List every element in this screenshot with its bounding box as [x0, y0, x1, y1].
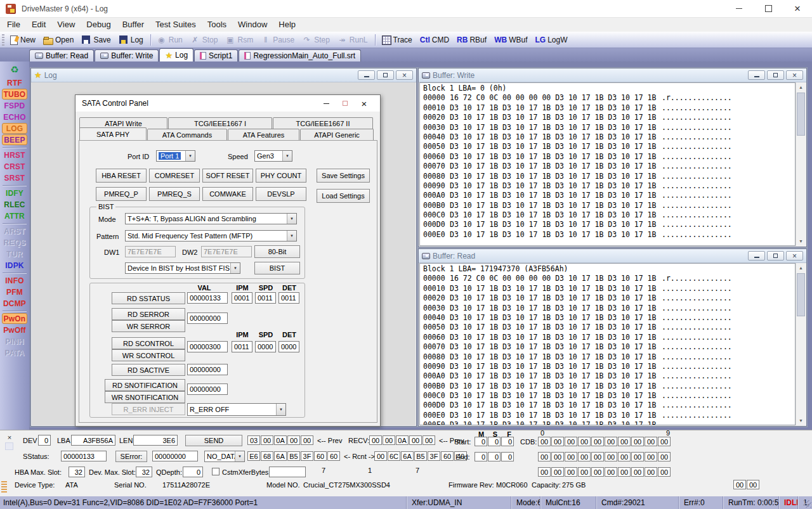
comwake-button[interactable]: COMWAKE: [202, 187, 253, 201]
byte-box[interactable]: 60: [314, 451, 327, 461]
buffer-write-hexdump[interactable]: Block 1 LBA= 0 (0h)0000016 72 C0 0C 00 0…: [419, 82, 796, 246]
sidebar-item-info[interactable]: INFO: [2, 275, 27, 286]
byte-box[interactable]: 00: [301, 435, 313, 445]
byte-box[interactable]: 00: [645, 437, 657, 446]
byte-box[interactable]: 0: [501, 452, 514, 461]
sidebar-item-beep[interactable]: BEEP: [2, 134, 27, 145]
80-bit-button[interactable]: 80-Bit: [254, 245, 300, 258]
tab-buffer-write[interactable]: Buffer: Write: [95, 49, 159, 61]
toolbar-button-open[interactable]: Open: [40, 33, 78, 47]
log-close-button[interactable]: ×: [396, 70, 413, 80]
byte-box[interactable]: 00: [538, 467, 551, 477]
byte-box[interactable]: 00: [631, 467, 644, 477]
toolbar-button-ctl-cmd[interactable]: CtlCMD: [417, 33, 454, 47]
sidebar-item-rlec[interactable]: RLEC: [2, 199, 27, 210]
sidebar-item-pwon[interactable]: PwOn: [2, 313, 27, 324]
byte-box[interactable]: 00: [591, 467, 604, 477]
toolbar-button-lg-logw[interactable]: LGLogW: [532, 33, 572, 47]
byte-box[interactable]: 00: [605, 467, 617, 477]
toolbar-button-new[interactable]: New: [7, 33, 40, 47]
len-field[interactable]: 3E6: [133, 435, 178, 446]
byte-box[interactable]: E6: [247, 451, 260, 461]
rd-sstatus-button[interactable]: RD SSTATUS: [112, 292, 185, 304]
sidebar-item-idfy[interactable]: IDFY: [2, 188, 27, 198]
close-button[interactable]: [783, 0, 812, 18]
pmreq-p-button[interactable]: PMREQ_P: [96, 187, 147, 201]
bist-pattern-combo[interactable]: Std. Mid Frequency Test Pattern (MFTP)▼: [125, 230, 297, 242]
byte-box[interactable]: 00: [747, 480, 759, 489]
wr-serror-button[interactable]: WR SERROR: [112, 320, 185, 332]
byte-box[interactable]: 00: [645, 452, 657, 461]
dialog-tab-ata-commands[interactable]: ATA Commands: [147, 129, 227, 140]
buffer-write-maximize-button[interactable]: [767, 70, 784, 80]
sidebar-item-crst[interactable]: CRST: [2, 161, 27, 172]
buffer-read-scrollbar[interactable]: ▲ ▼: [796, 263, 806, 425]
menu-item-window[interactable]: Window: [232, 18, 273, 32]
sidebar-item-idpk[interactable]: IDPK: [2, 260, 27, 271]
byte-box[interactable]: 00: [409, 435, 422, 445]
byte-box[interactable]: 00: [631, 452, 644, 461]
toolbar-button-trace[interactable]: Trace: [378, 33, 417, 47]
dialog-tab-tcg-ieee1667-ii[interactable]: TCG/IEEE1667 II: [273, 117, 373, 129]
r-err-combo[interactable]: R_ERR OFF▼: [187, 403, 286, 416]
byte-box[interactable]: 00: [578, 467, 591, 477]
byte-box[interactable]: 00: [565, 452, 577, 461]
byte-box[interactable]: 00: [287, 435, 300, 445]
log-maximize-button[interactable]: [377, 70, 394, 80]
byte-box[interactable]: 00: [374, 451, 387, 461]
rd-sactive-button[interactable]: RD SACTIVE: [112, 364, 185, 376]
minimize-button[interactable]: [724, 0, 754, 18]
serror-field[interactable]: 00000000: [152, 451, 198, 461]
buffer-read-hexdump[interactable]: Block 1 LBA= 171947370 (A3FB56Ah)0000016…: [419, 263, 796, 425]
byte-box[interactable]: B5: [287, 451, 300, 461]
menu-item-edit[interactable]: Edit: [26, 18, 51, 32]
buffer-read-maximize-button[interactable]: [767, 251, 784, 261]
byte-box[interactable]: 00: [565, 437, 577, 446]
scontrol-det-field[interactable]: 0000: [278, 341, 299, 352]
byte-box[interactable]: 00: [551, 437, 564, 446]
buffer-write-close-button[interactable]: ×: [786, 70, 803, 80]
byte-box[interactable]: 00: [658, 452, 671, 461]
sidebar-item-fspd[interactable]: FSPD: [2, 100, 27, 111]
menu-item-debug[interactable]: Debug: [81, 18, 116, 32]
byte-box[interactable]: 00: [422, 435, 435, 445]
cstm-xfer-checkbox[interactable]: [212, 468, 219, 475]
byte-box[interactable]: 6C: [388, 451, 400, 461]
byte-box[interactable]: 68: [261, 451, 273, 461]
byte-box[interactable]: 0: [488, 452, 501, 461]
sstatus-det-field[interactable]: 0011: [278, 292, 299, 304]
byte-box[interactable]: 00: [658, 467, 671, 477]
buffer-read-close-button[interactable]: ×: [786, 251, 803, 261]
byte-box[interactable]: 3F: [428, 451, 440, 461]
tab-regressionmain-auto-full-srt[interactable]: RegressionMain_Auto_Full.srt: [239, 49, 361, 61]
speed-combo[interactable]: Gen3▼: [254, 150, 292, 162]
dev-field[interactable]: 0: [38, 435, 51, 446]
buffer-read-minimize-button[interactable]: [748, 251, 765, 261]
sidebar-item-srst[interactable]: SRST: [2, 172, 27, 183]
wr-scontrol-button[interactable]: WR SCONTROL: [112, 349, 185, 361]
sidebar-item-echo[interactable]: ECHO: [2, 112, 27, 122]
byte-box[interactable]: 6A: [274, 451, 287, 461]
serror-field[interactable]: 00000000: [187, 312, 228, 324]
byte-box[interactable]: 60: [327, 451, 340, 461]
byte-box[interactable]: 00: [369, 435, 382, 445]
panel-pin-button[interactable]: [5, 442, 13, 450]
toolbar-grip[interactable]: [2, 34, 4, 46]
byte-box[interactable]: 00: [261, 435, 273, 445]
lba-field[interactable]: A3FB56A: [71, 435, 115, 446]
scrollbar-thumb[interactable]: [797, 93, 805, 136]
tab-buffer-read[interactable]: Buffer: Read: [29, 49, 94, 61]
byte-box[interactable]: 03: [247, 435, 260, 445]
bist-mode-combo[interactable]: T+S+A: T, Bypass ALIGN and Scrambling▼: [125, 213, 297, 224]
maximize-button[interactable]: [754, 0, 783, 18]
panel-close-icon[interactable]: ×: [5, 433, 14, 441]
scontrol-val-field[interactable]: 00000300: [187, 341, 228, 352]
toolbar-button-log[interactable]: Log: [115, 33, 148, 47]
dialog-tab-ata-features[interactable]: ATA Features: [228, 129, 299, 140]
sstatus-field[interactable]: 00000133: [61, 451, 107, 461]
phy-count-button[interactable]: PHY COUNT: [256, 169, 306, 183]
byte-box[interactable]: 00: [551, 452, 564, 461]
scroll-up-icon[interactable]: ▲: [796, 263, 806, 273]
byte-box[interactable]: 00: [618, 452, 631, 461]
qdepth-field[interactable]: 0: [183, 467, 203, 477]
